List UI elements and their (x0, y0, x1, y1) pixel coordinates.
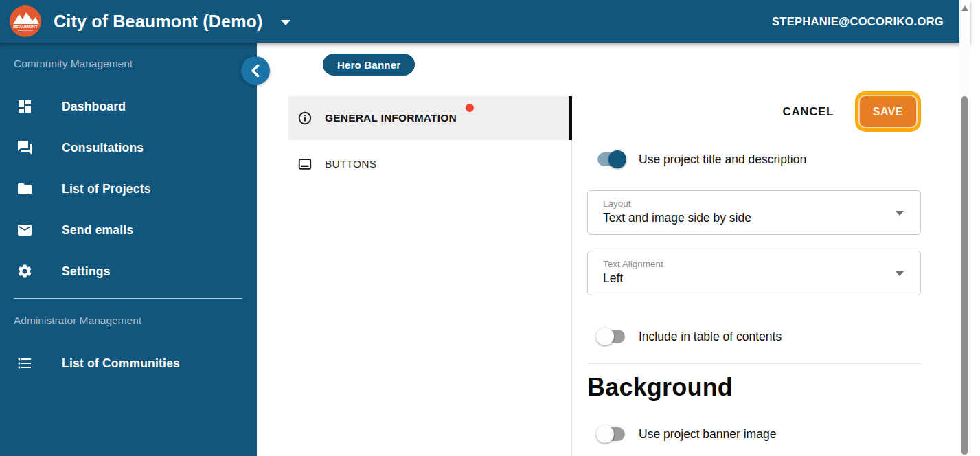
beaumont-logo: BEAUMONT (10, 5, 41, 37)
sidebar-collapse-button[interactable] (241, 56, 270, 85)
cancel-button[interactable]: CANCEL (783, 105, 834, 119)
chevron-down-icon (896, 271, 904, 276)
chevron-left-icon (241, 56, 270, 85)
sidebar-section-administrator-management: Administrator Management (0, 313, 257, 328)
background-section-heading: Background (587, 371, 921, 404)
sidebar-item-send-emails[interactable]: Send emails (0, 209, 257, 251)
sidebar-divider (14, 298, 242, 299)
form-panel: CANCEL SAVE Use project title and descri… (587, 43, 921, 446)
chat-bubbles-icon (16, 139, 33, 156)
select-value: Left (603, 271, 905, 286)
chevron-down-icon (896, 211, 904, 216)
sidebar-item-label: Consultations (62, 141, 144, 155)
sidebar-item-settings[interactable]: Settings (0, 251, 257, 292)
use-project-title-toggle-row[interactable]: Use project title and description (596, 148, 921, 171)
table-of-contents-toggle-row[interactable]: Include in table of contents (596, 325, 921, 348)
tab-buttons[interactable]: BUTTONS (288, 145, 572, 183)
button-icon (297, 157, 312, 172)
page-scrollbar[interactable] (959, 0, 970, 456)
select-label: Layout (603, 198, 905, 209)
community-switcher[interactable]: City of Beaumont (Demo) (41, 12, 290, 32)
toggle-label: Use project title and description (639, 152, 806, 167)
sidebar-items-group: List of Communities (0, 343, 257, 384)
sidebar-item-consultations[interactable]: Consultations (0, 127, 257, 168)
tab-label: BUTTONS (325, 158, 376, 170)
form-actions: CANCEL SAVE (587, 91, 921, 132)
sidebar-item-label: Settings (62, 264, 111, 279)
layout-select[interactable]: Layout Text and image side by side (587, 190, 921, 235)
app-window: BEAUMONT City of Beaumont (Demo) STEPHAN… (0, 0, 970, 456)
save-button[interactable]: SAVE (860, 96, 916, 127)
main-content: Hero Banner GENERAL INFORMATION BUTTONS (257, 43, 970, 456)
table-of-contents-toggle[interactable] (596, 328, 626, 345)
toggle-label: Include in table of contents (639, 330, 782, 344)
sidebar-items-group: Dashboard Consultations List of Projects… (0, 86, 257, 292)
svg-text:BEAUMONT: BEAUMONT (13, 24, 38, 29)
topbar: BEAUMONT City of Beaumont (Demo) STEPHAN… (0, 0, 970, 43)
dashboard-icon (16, 98, 33, 115)
select-value: Text and image side by side (603, 211, 905, 225)
toggle-thumb (596, 328, 614, 345)
sidebar-item-list-of-projects[interactable]: List of Projects (0, 168, 257, 209)
sidebar-item-label: List of Communities (62, 356, 180, 371)
chevron-down-icon (281, 20, 290, 25)
tab-general-information[interactable]: GENERAL INFORMATION (288, 96, 572, 140)
toggle-thumb (596, 425, 614, 443)
envelope-icon (16, 222, 33, 238)
scrollbar-up-arrow-icon[interactable] (961, 5, 968, 11)
select-label: Text Alignment (603, 259, 905, 269)
bulleted-list-icon (16, 355, 33, 372)
text-alignment-select[interactable]: Text Alignment Left (587, 251, 921, 295)
sidebar-item-label: Dashboard (62, 100, 126, 114)
folder-icon (16, 181, 33, 197)
hero-banner-chip: Hero Banner (323, 54, 415, 76)
scrollbar-thumb[interactable] (961, 96, 968, 455)
use-project-title-toggle[interactable] (596, 150, 626, 168)
gear-icon (16, 263, 33, 280)
tab-label: GENERAL INFORMATION (325, 112, 457, 124)
tab-list: GENERAL INFORMATION BUTTONS (288, 96, 572, 183)
user-email-menu[interactable]: STEPHANIE@COCORIKO.ORG (772, 15, 944, 28)
community-title: City of Beaumont (Demo) (54, 12, 263, 32)
section-divider (587, 363, 921, 364)
sidebar-item-label: Send emails (62, 223, 133, 238)
info-icon (297, 111, 312, 126)
sidebar-item-label: List of Projects (62, 182, 151, 196)
sidebar-item-list-of-communities[interactable]: List of Communities (0, 343, 257, 384)
banner-image-toggle-row[interactable]: Use project banner image (596, 422, 921, 446)
banner-image-toggle[interactable] (596, 425, 626, 443)
sidebar-item-dashboard[interactable]: Dashboard (0, 86, 257, 127)
sidebar: Community Management Dashboard Consultat… (0, 43, 257, 456)
toggle-thumb (608, 150, 626, 168)
toggle-label: Use project banner image (639, 427, 776, 442)
sidebar-section-community-management: Community Management (0, 56, 257, 71)
notification-dot (466, 104, 474, 112)
